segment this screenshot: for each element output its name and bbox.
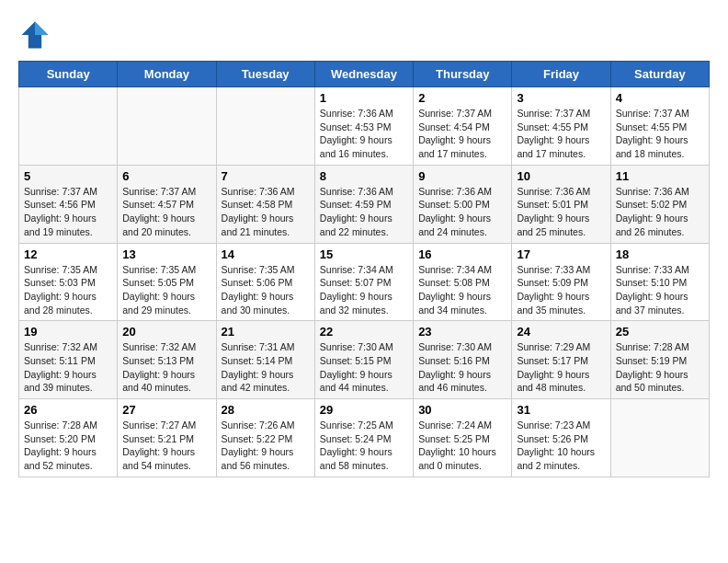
day-number: 6	[122, 169, 210, 183]
day-info: Sunrise: 7:34 AMSunset: 5:08 PMDaylight:…	[418, 263, 506, 317]
day-number: 15	[320, 247, 408, 261]
day-info: Sunrise: 7:32 AMSunset: 5:13 PMDaylight:…	[122, 340, 210, 395]
weekday-header-saturday: Saturday	[610, 62, 709, 87]
calendar-cell: 31Sunrise: 7:23 AMSunset: 5:26 PMDayligh…	[512, 399, 610, 477]
day-number: 4	[616, 91, 704, 105]
day-info: Sunrise: 7:37 AMSunset: 4:55 PMDaylight:…	[616, 107, 704, 161]
calendar-cell: 21Sunrise: 7:31 AMSunset: 5:14 PMDayligh…	[216, 321, 314, 399]
page-header	[18, 18, 710, 52]
day-info: Sunrise: 7:37 AMSunset: 4:54 PMDaylight:…	[418, 107, 506, 161]
day-number: 29	[320, 403, 408, 417]
calendar-cell: 22Sunrise: 7:30 AMSunset: 5:15 PMDayligh…	[314, 321, 413, 399]
calendar-cell: 30Sunrise: 7:24 AMSunset: 5:25 PMDayligh…	[414, 399, 512, 477]
weekday-header-sunday: Sunday	[19, 62, 118, 87]
day-info: Sunrise: 7:27 AMSunset: 5:21 PMDaylight:…	[122, 419, 210, 473]
day-number: 28	[222, 403, 310, 417]
calendar-cell: 3Sunrise: 7:37 AMSunset: 4:55 PMDaylight…	[512, 87, 610, 166]
calendar-cell	[118, 87, 216, 166]
day-number: 19	[24, 325, 112, 339]
day-info: Sunrise: 7:33 AMSunset: 5:09 PMDaylight:…	[517, 263, 605, 317]
day-number: 5	[24, 169, 112, 183]
day-info: Sunrise: 7:23 AMSunset: 5:26 PMDaylight:…	[517, 419, 605, 473]
day-info: Sunrise: 7:37 AMSunset: 4:55 PMDaylight:…	[517, 107, 605, 161]
calendar-cell: 25Sunrise: 7:28 AMSunset: 5:19 PMDayligh…	[610, 321, 709, 399]
weekday-header-row: SundayMondayTuesdayWednesdayThursdayFrid…	[19, 62, 710, 87]
day-info: Sunrise: 7:35 AMSunset: 5:06 PMDaylight:…	[222, 263, 310, 317]
calendar-cell: 5Sunrise: 7:37 AMSunset: 4:56 PMDaylight…	[19, 165, 118, 243]
calendar-cell: 9Sunrise: 7:36 AMSunset: 5:00 PMDaylight…	[414, 165, 512, 243]
calendar-cell: 11Sunrise: 7:36 AMSunset: 5:02 PMDayligh…	[610, 165, 709, 243]
calendar-cell: 23Sunrise: 7:30 AMSunset: 5:16 PMDayligh…	[414, 321, 512, 399]
calendar-cell: 7Sunrise: 7:36 AMSunset: 4:58 PMDaylight…	[216, 165, 314, 243]
day-info: Sunrise: 7:34 AMSunset: 5:07 PMDaylight:…	[320, 263, 408, 317]
calendar-cell	[610, 399, 709, 477]
day-number: 22	[320, 325, 408, 339]
day-info: Sunrise: 7:37 AMSunset: 4:57 PMDaylight:…	[122, 185, 210, 239]
calendar-cell: 15Sunrise: 7:34 AMSunset: 5:07 PMDayligh…	[314, 243, 413, 321]
day-number: 9	[418, 169, 506, 183]
day-number: 30	[418, 403, 506, 417]
weekday-header-friday: Friday	[512, 62, 610, 87]
day-info: Sunrise: 7:30 AMSunset: 5:16 PMDaylight:…	[418, 340, 506, 395]
weekday-header-wednesday: Wednesday	[314, 62, 413, 87]
day-number: 1	[320, 91, 408, 105]
calendar-cell: 2Sunrise: 7:37 AMSunset: 4:54 PMDaylight…	[414, 87, 512, 166]
calendar-cell: 17Sunrise: 7:33 AMSunset: 5:09 PMDayligh…	[512, 243, 610, 321]
day-number: 24	[517, 325, 605, 339]
day-info: Sunrise: 7:30 AMSunset: 5:15 PMDaylight:…	[320, 340, 408, 395]
day-number: 2	[418, 91, 506, 105]
day-number: 11	[616, 169, 704, 183]
day-info: Sunrise: 7:28 AMSunset: 5:19 PMDaylight:…	[616, 340, 704, 395]
day-info: Sunrise: 7:37 AMSunset: 4:56 PMDaylight:…	[24, 185, 112, 239]
weekday-header-thursday: Thursday	[414, 62, 512, 87]
day-number: 23	[418, 325, 506, 339]
day-info: Sunrise: 7:32 AMSunset: 5:11 PMDaylight:…	[24, 340, 112, 395]
day-number: 12	[24, 247, 112, 261]
calendar-cell: 10Sunrise: 7:36 AMSunset: 5:01 PMDayligh…	[512, 165, 610, 243]
week-row-3: 12Sunrise: 7:35 AMSunset: 5:03 PMDayligh…	[19, 243, 710, 321]
day-number: 18	[616, 247, 704, 261]
week-row-2: 5Sunrise: 7:37 AMSunset: 4:56 PMDaylight…	[19, 165, 710, 243]
day-number: 16	[418, 247, 506, 261]
logo-icon	[18, 18, 51, 52]
week-row-1: 1Sunrise: 7:36 AMSunset: 4:53 PMDaylight…	[19, 87, 710, 166]
calendar-cell: 14Sunrise: 7:35 AMSunset: 5:06 PMDayligh…	[216, 243, 314, 321]
day-info: Sunrise: 7:36 AMSunset: 5:00 PMDaylight:…	[418, 185, 506, 239]
day-info: Sunrise: 7:35 AMSunset: 5:03 PMDaylight:…	[24, 263, 112, 317]
day-info: Sunrise: 7:24 AMSunset: 5:25 PMDaylight:…	[418, 419, 506, 473]
calendar-cell: 20Sunrise: 7:32 AMSunset: 5:13 PMDayligh…	[118, 321, 216, 399]
week-row-4: 19Sunrise: 7:32 AMSunset: 5:11 PMDayligh…	[19, 321, 710, 399]
week-row-5: 26Sunrise: 7:28 AMSunset: 5:20 PMDayligh…	[19, 399, 710, 477]
day-info: Sunrise: 7:36 AMSunset: 4:59 PMDaylight:…	[320, 185, 408, 239]
calendar-cell: 16Sunrise: 7:34 AMSunset: 5:08 PMDayligh…	[414, 243, 512, 321]
calendar-cell: 8Sunrise: 7:36 AMSunset: 4:59 PMDaylight…	[314, 165, 413, 243]
day-info: Sunrise: 7:36 AMSunset: 5:02 PMDaylight:…	[616, 185, 704, 239]
day-number: 26	[24, 403, 112, 417]
day-info: Sunrise: 7:29 AMSunset: 5:17 PMDaylight:…	[517, 340, 605, 395]
calendar-cell: 6Sunrise: 7:37 AMSunset: 4:57 PMDaylight…	[118, 165, 216, 243]
day-info: Sunrise: 7:26 AMSunset: 5:22 PMDaylight:…	[222, 419, 310, 473]
day-info: Sunrise: 7:25 AMSunset: 5:24 PMDaylight:…	[320, 419, 408, 473]
day-number: 8	[320, 169, 408, 183]
day-number: 7	[222, 169, 310, 183]
weekday-header-monday: Monday	[118, 62, 216, 87]
day-number: 31	[517, 403, 605, 417]
logo	[18, 18, 57, 52]
day-number: 3	[517, 91, 605, 105]
day-number: 10	[517, 169, 605, 183]
day-info: Sunrise: 7:28 AMSunset: 5:20 PMDaylight:…	[24, 419, 112, 473]
calendar-cell	[216, 87, 314, 166]
calendar-cell: 4Sunrise: 7:37 AMSunset: 4:55 PMDaylight…	[610, 87, 709, 166]
day-info: Sunrise: 7:36 AMSunset: 4:58 PMDaylight:…	[222, 185, 310, 239]
calendar-cell: 13Sunrise: 7:35 AMSunset: 5:05 PMDayligh…	[118, 243, 216, 321]
calendar-cell	[19, 87, 118, 166]
calendar-cell: 29Sunrise: 7:25 AMSunset: 5:24 PMDayligh…	[314, 399, 413, 477]
day-number: 13	[122, 247, 210, 261]
day-number: 20	[122, 325, 210, 339]
weekday-header-tuesday: Tuesday	[216, 62, 314, 87]
day-info: Sunrise: 7:33 AMSunset: 5:10 PMDaylight:…	[616, 263, 704, 317]
day-number: 14	[222, 247, 310, 261]
calendar-cell: 28Sunrise: 7:26 AMSunset: 5:22 PMDayligh…	[216, 399, 314, 477]
day-number: 27	[122, 403, 210, 417]
calendar-table: SundayMondayTuesdayWednesdayThursdayFrid…	[18, 61, 710, 477]
